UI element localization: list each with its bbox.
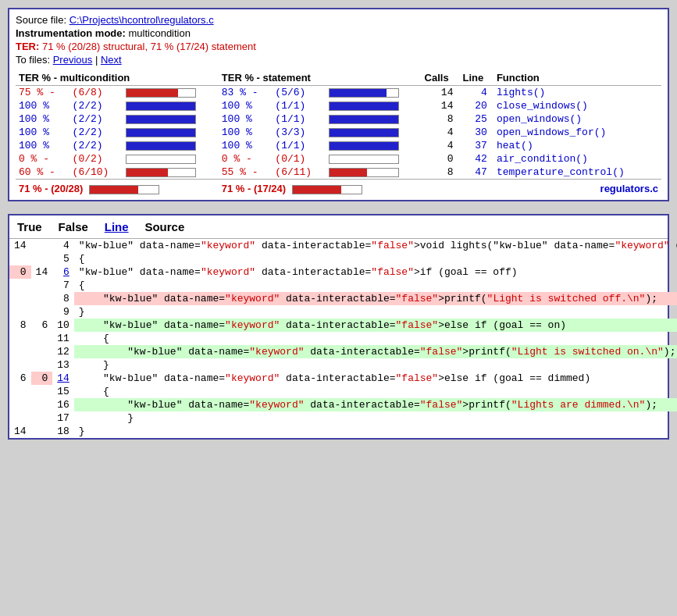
pct1-cell: 60 % - — [16, 166, 69, 180]
line-num-cell: 17 — [52, 411, 74, 425]
true-count — [9, 385, 31, 398]
ratio2-cell: (5/6) — [272, 86, 326, 100]
bar2-fill — [330, 142, 398, 150]
source-file-line: Source file: C:\Projects\hcontrol\regula… — [16, 14, 661, 26]
string-literal: "Light is switched on.\n" — [511, 346, 664, 358]
bar1 — [126, 101, 196, 111]
summary-pct1: 71 % - (20/28) — [16, 180, 219, 196]
false-count: 14 — [31, 265, 53, 279]
top-panel: Source file: C:\Projects\hcontrol\regula… — [8, 8, 669, 201]
line-number: 17 — [57, 412, 69, 424]
calls-cell: 14 — [422, 86, 460, 100]
bottom-panel: True False Line Source 14 4 "kw-blue" da… — [8, 214, 669, 440]
code-row: 8 "kw-blue" data-name="keyword" data-int… — [9, 292, 677, 305]
code-row: 7 { — [9, 279, 677, 292]
source-link[interactable]: C:\Projects\hcontrol\regulators.c — [69, 14, 214, 26]
bar2 — [329, 101, 399, 111]
col-header-calls: Calls — [422, 70, 460, 86]
string-literal: "false" — [396, 293, 439, 304]
bar2-cell — [326, 99, 422, 112]
nav-separator: | — [95, 54, 98, 66]
bar1-fill — [126, 116, 195, 123]
summary-bar1 — [89, 185, 159, 194]
pct2-cell: 100 % — [219, 126, 273, 139]
line-number: 9 — [63, 306, 69, 318]
table-row: 100 % (2/2) 100 % (3/3) 4 30 open_window… — [16, 126, 661, 139]
instrumentation-value: multicondition — [128, 27, 191, 39]
func-cell: lights() — [493, 86, 661, 100]
string-literal: "kw-blue" — [127, 346, 182, 358]
true-count: 6 — [9, 372, 31, 385]
code-row: 14 4 "kw-blue" data-name="keyword" data-… — [9, 239, 677, 252]
false-count — [31, 358, 53, 372]
code-row: 11 { — [9, 332, 677, 345]
source-line: "kw-blue" data-name="keyword" data-inter… — [74, 239, 677, 252]
line-num-cell: 4 — [52, 239, 74, 252]
ratio2-cell: (3/3) — [272, 126, 326, 139]
code-row: 15 { — [9, 385, 677, 398]
code-row: 16 "kw-blue" data-name="keyword" data-in… — [9, 398, 677, 411]
bar2 — [329, 88, 399, 98]
string-literal: "kw-blue" — [127, 399, 182, 411]
calls-cell: 4 — [422, 126, 460, 139]
source-line: "kw-blue" data-name="keyword" data-inter… — [74, 345, 677, 358]
bar1-cell — [123, 112, 219, 126]
source-line: } — [74, 411, 677, 425]
col-line-header[interactable]: Line — [105, 220, 129, 233]
false-count — [31, 425, 53, 438]
bar2-fill — [330, 89, 387, 97]
calls-cell: 14 — [422, 99, 460, 112]
pct2-cell: 100 % — [219, 112, 273, 126]
string-literal: "Light is switched off.\n" — [487, 293, 646, 304]
source-line: { — [74, 385, 677, 398]
string-literal: "kw-blue" — [79, 266, 134, 278]
ratio1-cell: (0/2) — [69, 152, 123, 166]
ratio1-cell: (2/2) — [69, 112, 123, 126]
table-row: 100 % (2/2) 100 % (1/1) 8 25 open_window… — [16, 112, 661, 126]
string-literal: "false" — [371, 266, 414, 278]
line-number-link[interactable]: 14 — [57, 372, 69, 384]
code-row: 8 6 10 "kw-blue" data-name="keyword" dat… — [9, 319, 677, 332]
code-row: 0 14 6 "kw-blue" data-name="keyword" dat… — [9, 265, 677, 279]
ter-value: 71 % (20/28) structural, 71 % (17/24) st… — [42, 41, 256, 52]
line-num-cell: 8 — [52, 292, 74, 305]
table-row: 60 % - (6/10) 55 % - (6/11) 8 47 tempera… — [16, 166, 661, 180]
line-number: 8 — [63, 293, 69, 304]
pct1-cell: 100 % — [16, 126, 69, 139]
code-row: 5 { — [9, 252, 677, 265]
line-number: 12 — [57, 346, 69, 358]
line-num-cell: 5 — [52, 252, 74, 265]
false-count — [31, 385, 53, 398]
bar1-fill — [126, 89, 178, 97]
source-line: } — [74, 358, 677, 372]
string-literal: "keyword" — [249, 399, 304, 411]
bar2 — [329, 128, 399, 137]
bar2 — [329, 155, 399, 164]
next-link[interactable]: Next — [101, 54, 122, 66]
line-cell: 42 — [459, 152, 493, 166]
to-files-label: To files: — [16, 54, 50, 66]
func-cell: heat() — [493, 139, 661, 152]
bar2 — [329, 115, 399, 124]
source-line: { — [74, 252, 677, 265]
summary-bar2 — [292, 185, 362, 194]
string-literal: "false" — [396, 372, 439, 384]
line-num-cell: 11 — [52, 332, 74, 345]
instrumentation-label: Instrumentation mode: — [16, 27, 126, 39]
previous-link[interactable]: Previous — [53, 54, 93, 66]
code-table: 14 4 "kw-blue" data-name="keyword" data-… — [9, 239, 677, 438]
col-source-header: Source — [144, 220, 184, 233]
bar1 — [126, 155, 196, 164]
source-line: { — [74, 279, 677, 292]
line-number-link[interactable]: 6 — [63, 266, 69, 278]
bar2-fill — [330, 116, 398, 123]
string-literal: "kw-blue" — [103, 319, 158, 331]
line-cell: 30 — [459, 126, 493, 139]
true-count — [9, 252, 31, 265]
bar1 — [126, 128, 196, 137]
col-header-ter-multi: TER % - multicondition — [16, 70, 219, 86]
calls-cell: 8 — [422, 166, 460, 180]
col-true-header: True — [17, 220, 42, 233]
code-row: 9 } — [9, 305, 677, 319]
string-literal: "false" — [396, 319, 439, 331]
